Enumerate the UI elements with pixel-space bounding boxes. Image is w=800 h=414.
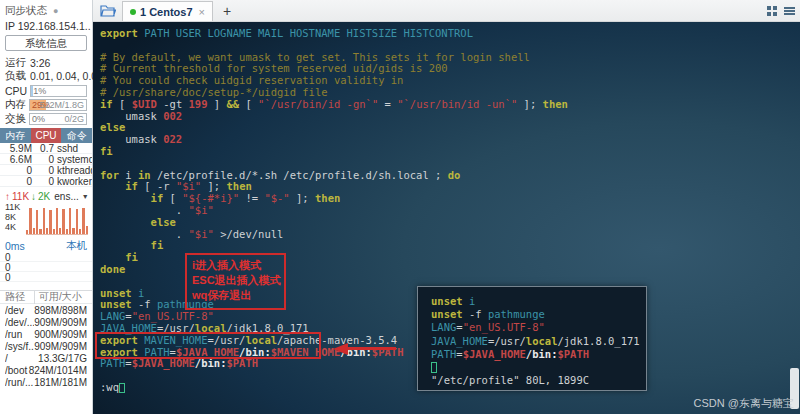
tab-close-icon[interactable]: × (199, 6, 205, 18)
code-segment: # Current threshold for system reserved … (100, 62, 448, 74)
code-segment: :wq (100, 381, 119, 393)
disk-value: 898M/898M (34, 305, 87, 316)
tab-memory[interactable]: 内存 (0, 128, 31, 143)
code-segment: i (463, 295, 476, 307)
code-segment: "en_US.UTF-8" (132, 310, 214, 322)
ping-history-row: 0 (0, 252, 92, 262)
code-segment: -gt (157, 98, 189, 110)
code-segment: PATH (100, 357, 125, 369)
code-segment: for (100, 169, 119, 181)
swap-label: 交换 (5, 112, 26, 126)
code-segment: /etc/profile.d/*.sh /etc/profile.d/sh.lo… (151, 169, 448, 181)
disk-row: /dev898M/898M (0, 304, 92, 316)
open-folder-icon[interactable] (100, 4, 116, 17)
code-segment: if (151, 192, 164, 204)
disk-path: / (5, 353, 38, 364)
terminal-panel[interactable]: export PATH USER LOGNAME MAIL HOSTNAME H… (93, 22, 800, 414)
tab-command[interactable]: 命令 (61, 128, 92, 143)
network-bar (36, 210, 38, 234)
uptime-value: 3:26 (30, 57, 50, 69)
process-row: 00kthreadd (0, 165, 92, 176)
code-line: . "$i" >/dev/null (100, 229, 800, 241)
ip-address: IP 192.168.154.1.. (5, 20, 91, 32)
cursor-block (119, 383, 125, 393)
graph-ytick: 4K (5, 223, 16, 232)
code-segment: MAVEN_HOME (138, 334, 208, 346)
graph-ytick: 8K (5, 213, 16, 222)
code-segment: ]; (201, 180, 226, 192)
ip-row: IP 192.168.154.1.. 复制 (0, 18, 92, 33)
annotation-box: i进入插入模式ESC退出插入模式wq保存退出 (185, 253, 286, 310)
cpu-label: CPU (5, 85, 27, 97)
code-segment: $PATH (226, 357, 258, 369)
code-segment: . (100, 204, 189, 216)
code-segment (100, 216, 151, 228)
network-bar (53, 229, 55, 234)
code-segment: JAVA_HOME (100, 322, 157, 334)
code-segment: then (543, 98, 568, 110)
sync-status-label: 同步状态 (5, 4, 47, 18)
annotation-line: wq保存退出 (192, 288, 279, 303)
network-bar (59, 228, 61, 234)
tab-label: 1 Centos7 (140, 6, 193, 18)
tab-bar: 1 Centos7 × + (93, 0, 800, 22)
load-label: 负载 (5, 69, 26, 83)
grid-layout-icon[interactable] (767, 6, 777, 16)
inset-screenshot-popup: unset iunset -f pathmungeLANG="en_US.UTF… (417, 286, 647, 391)
network-graph: 11K 8K 4K (3, 203, 89, 236)
code-segment: ]; (517, 98, 542, 110)
cpu-percent: 1% (33, 86, 46, 96)
code-segment: unset (100, 287, 132, 299)
code-segment: # You could check uidgid reservation val… (100, 74, 403, 86)
code-segment: $UID (132, 98, 157, 110)
code-line: if [ $UID -gt 199 ] && [ "`/usr/bin/id -… (100, 99, 800, 111)
code-segment: export (100, 334, 138, 346)
hamburger-menu-icon[interactable] (784, 6, 795, 16)
code-segment: unset (100, 298, 132, 310)
code-segment: i (119, 169, 138, 181)
tab-centos7[interactable]: 1 Centos7 × (122, 1, 213, 21)
interface-select[interactable]: ens... (54, 191, 78, 202)
disk-row: /boot824M/1014M (0, 364, 92, 376)
process-row: 6.6M0systemd (0, 154, 92, 165)
new-tab-button[interactable]: + (223, 4, 231, 18)
code-segment: =/usr/ (207, 334, 245, 346)
code-segment: i (132, 287, 145, 299)
disk-table-header: 路径 可用/大小 (0, 291, 92, 304)
code-segment: /bin: (526, 348, 558, 360)
swap-meter-row: 交换 0% 0/2G (0, 112, 92, 125)
upload-rate: 11K (12, 191, 29, 202)
swap-meter: 0% 0/2G (29, 113, 87, 125)
code-segment: # By default, we want umask to get set. … (100, 51, 530, 63)
code-segment: $JAVA_HOME (176, 346, 239, 358)
code-segment: # /usr/share/doc/setup-*/uidgid file (100, 86, 328, 98)
chevron-down-icon[interactable]: ▼ (82, 193, 89, 200)
code-segment: fi (151, 239, 164, 251)
code-segment: =/usr/ (488, 335, 526, 347)
code-segment: "$-" (264, 192, 289, 204)
disk-path: /run/... (5, 377, 34, 388)
sidebar: 同步状态 ● IP 192.168.154.1.. 复制 系统信息 运行 3:2… (0, 0, 93, 414)
code-line: PATH=$JAVA_HOME/bin:$PATH (431, 349, 646, 362)
code-segment (100, 180, 125, 192)
process-cell: 6.6M (0, 154, 32, 165)
code-segment: [ -r (138, 180, 176, 192)
tab-cpu[interactable]: CPU (31, 128, 62, 143)
network-bar (39, 229, 41, 234)
code-segment: unset (431, 308, 463, 320)
process-cell: sshd (54, 143, 92, 154)
system-info-button[interactable]: 系统信息 (5, 35, 87, 51)
disk-header-size: 可用/大小 (35, 290, 82, 304)
code-segment: -f (463, 308, 482, 320)
code-segment: export (100, 346, 138, 358)
status-dot-icon: ● (53, 6, 58, 16)
ping-target: 本机 (66, 239, 87, 253)
cursor-block (431, 362, 437, 373)
code-segment: "$i" (176, 180, 201, 192)
code-segment: /jdk1.8.0_171 (226, 322, 308, 334)
code-segment: = (378, 98, 397, 110)
code-segment: pathmunge (482, 308, 545, 320)
network-bar (72, 228, 74, 234)
code-segment: LANG (100, 310, 125, 322)
memory-detail: 522M/1.8G (39, 100, 84, 110)
